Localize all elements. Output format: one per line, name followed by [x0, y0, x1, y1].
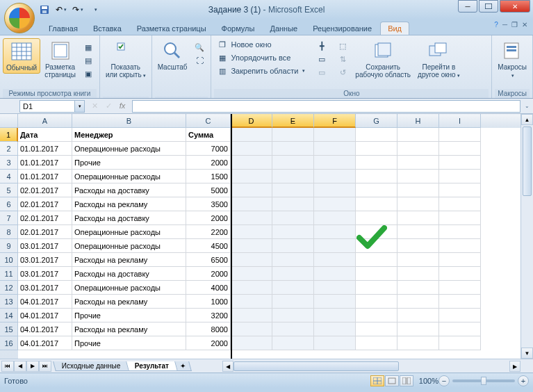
tab-home[interactable]: Главная [42, 22, 85, 35]
cell-C1[interactable]: Сумма [186, 128, 231, 142]
cell-H4[interactable] [397, 170, 439, 183]
cell-D9[interactable] [231, 239, 272, 253]
cell-G13[interactable] [356, 295, 397, 309]
cell-F2[interactable] [314, 142, 356, 156]
save-icon[interactable] [39, 4, 50, 15]
cell-D10[interactable] [231, 253, 272, 267]
cell-C2[interactable]: 7000 [186, 142, 231, 156]
cell-C6[interactable]: 3500 [186, 197, 231, 211]
cell-A14[interactable]: 04.01.2017 [18, 309, 72, 322]
cell-H13[interactable] [397, 295, 439, 309]
row-header-10[interactable]: 10 [0, 253, 18, 267]
cell-G1[interactable] [356, 128, 397, 142]
maximize-button[interactable] [479, 0, 498, 13]
cell-G16[interactable] [356, 336, 397, 350]
row-header-1[interactable]: 1 [0, 128, 18, 142]
cell-B6[interactable]: Расходы на рекламу [72, 197, 186, 211]
cell-E3[interactable] [272, 156, 314, 170]
cell-I3[interactable] [439, 156, 481, 170]
zoom-100-button[interactable]: 🔍 [191, 41, 208, 54]
cell-H9[interactable] [397, 239, 439, 253]
cell-B13[interactable]: Расходы на рекламу [72, 295, 186, 309]
cell-A11[interactable]: 03.01.2017 [18, 267, 72, 281]
cell-G5[interactable] [356, 183, 397, 197]
cell-E7[interactable] [272, 211, 314, 225]
cell-G12[interactable] [356, 281, 397, 295]
cell-G7[interactable] [356, 211, 397, 225]
cell-H1[interactable] [397, 128, 439, 142]
cell-B14[interactable]: Прочие [72, 309, 186, 322]
cell-I4[interactable] [439, 170, 481, 183]
cell-D13[interactable] [231, 295, 272, 309]
cell-C11[interactable]: 2000 [186, 267, 231, 281]
normal-view-status-button[interactable] [370, 375, 384, 386]
cell-C9[interactable]: 4500 [186, 239, 231, 253]
column-header-C[interactable]: C [186, 114, 231, 128]
cell-G10[interactable] [356, 253, 397, 267]
normal-view-button[interactable]: Обычный [3, 38, 40, 74]
cell-E12[interactable] [272, 281, 314, 295]
cell-C15[interactable]: 8000 [186, 322, 231, 336]
zoom-out-button[interactable]: − [438, 375, 450, 386]
cell-F12[interactable] [314, 281, 356, 295]
cell-H16[interactable] [397, 336, 439, 350]
arrange-all-button[interactable]: ▦Упорядочить все [214, 51, 308, 64]
tab-insert[interactable]: Вставка [86, 22, 129, 35]
cell-C8[interactable]: 2200 [186, 225, 231, 239]
column-header-I[interactable]: I [439, 114, 481, 128]
row-header-7[interactable]: 7 [0, 211, 18, 225]
row-header-4[interactable]: 4 [0, 170, 18, 183]
cell-E4[interactable] [272, 170, 314, 183]
page-break-preview-button[interactable]: ▦ [80, 41, 97, 54]
name-box-dropdown-icon[interactable]: ▾ [74, 101, 84, 112]
cell-G6[interactable] [356, 197, 397, 211]
cell-B10[interactable]: Расходы на рекламу [72, 253, 186, 267]
cell-H14[interactable] [397, 309, 439, 322]
cell-F6[interactable] [314, 197, 356, 211]
cell-A2[interactable]: 01.01.2017 [18, 142, 72, 156]
row-header-3[interactable]: 3 [0, 156, 18, 170]
cell-H12[interactable] [397, 281, 439, 295]
cell-E5[interactable] [272, 183, 314, 197]
cell-I8[interactable] [439, 225, 481, 239]
column-header-D[interactable]: D [231, 114, 272, 128]
cell-D3[interactable] [231, 156, 272, 170]
undo-icon[interactable]: ↶▾ [56, 4, 67, 15]
cell-E11[interactable] [272, 267, 314, 281]
page-layout-button[interactable]: Разметка страницы [42, 38, 79, 80]
row-header-2[interactable]: 2 [0, 142, 18, 156]
cell-I16[interactable] [439, 336, 481, 350]
sync-scroll-button[interactable]: ⇅ [334, 53, 351, 65]
cell-H10[interactable] [397, 253, 439, 267]
scroll-up-icon[interactable]: ▲ [521, 114, 533, 125]
cell-I5[interactable] [439, 183, 481, 197]
first-sheet-button[interactable]: ⏮ [1, 361, 14, 372]
cell-A3[interactable]: 01.01.2017 [18, 156, 72, 170]
cell-B7[interactable]: Расходы на доставку [72, 211, 186, 225]
cell-C7[interactable]: 2000 [186, 211, 231, 225]
cell-B2[interactable]: Операционные расходы [72, 142, 186, 156]
cell-F13[interactable] [314, 295, 356, 309]
row-header-13[interactable]: 13 [0, 295, 18, 309]
zoom-in-button[interactable]: + [518, 375, 529, 386]
row-header-8[interactable]: 8 [0, 225, 18, 239]
cell-C14[interactable]: 3200 [186, 309, 231, 322]
cell-D2[interactable] [231, 142, 272, 156]
cell-F9[interactable] [314, 239, 356, 253]
full-screen-button[interactable]: ▣ [80, 67, 97, 80]
cell-B11[interactable]: Расходы на доставку [72, 267, 186, 281]
scroll-left-icon[interactable]: ◀ [222, 361, 233, 372]
help-icon[interactable]: ? [494, 21, 498, 28]
cell-C4[interactable]: 1500 [186, 170, 231, 183]
switch-windows-button[interactable]: Перейти в другое окно▾ [415, 38, 463, 81]
cell-A6[interactable]: 02.01.2017 [18, 197, 72, 211]
column-header-A[interactable]: A [18, 114, 72, 128]
cell-A8[interactable]: 02.01.2017 [18, 225, 72, 239]
split-button[interactable]: ╋ [313, 40, 330, 52]
cell-H15[interactable] [397, 322, 439, 336]
cell-A15[interactable]: 04.01.2017 [18, 322, 72, 336]
cell-A9[interactable]: 03.01.2017 [18, 239, 72, 253]
tab-formulas[interactable]: Формулы [215, 22, 262, 35]
cell-D7[interactable] [231, 211, 272, 225]
cell-E14[interactable] [272, 309, 314, 322]
